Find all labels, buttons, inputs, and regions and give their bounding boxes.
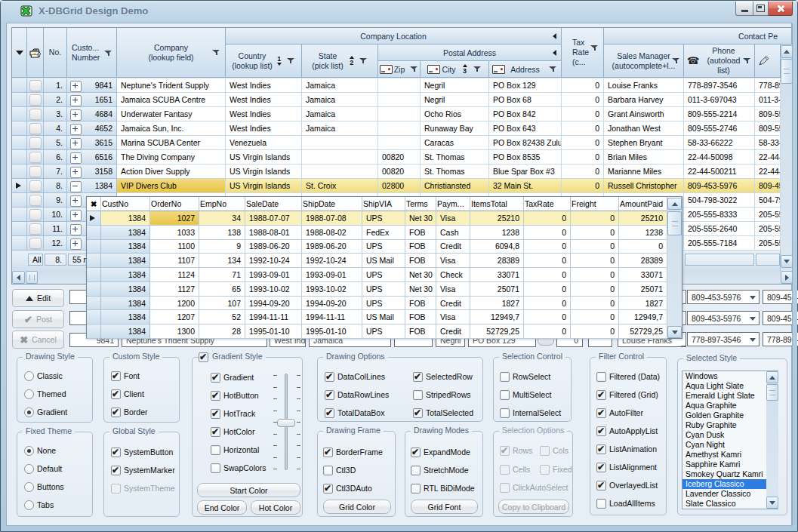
detail-cell-empno[interactable]: 134 — [199, 254, 245, 268]
detail-cell-amountpaid[interactable]: 28389 — [619, 254, 667, 268]
detail-cell-freight[interactable]: 0 — [571, 310, 619, 324]
style-listbox[interactable]: WindowsAqua Light SlateEmerald Light Sla… — [682, 371, 778, 509]
checkbox-rowselect[interactable] — [500, 372, 510, 382]
style-list-item[interactable]: Aqua Graphite — [682, 401, 778, 411]
phone-cell[interactable]: 22-44-500211 — [684, 165, 755, 179]
phone-cell[interactable]: 205-555-2640 — [684, 222, 755, 236]
zip-cell[interactable]: 02800 — [378, 179, 421, 193]
checkbox-ctl3dauto[interactable] — [323, 484, 333, 494]
state-cell[interactable] — [302, 165, 378, 179]
address-cell[interactable]: PO Box 842 — [489, 107, 562, 121]
checkbox-fixed[interactable] — [540, 465, 550, 475]
customer-number-cell[interactable]: 9841 — [67, 78, 117, 93]
contact-cell[interactable]: 809-453-5976 — [755, 179, 781, 193]
contact-group-header[interactable]: Contact Pe — [604, 28, 792, 45]
address-cell[interactable]: PO Box 8535 — [489, 150, 562, 165]
detail-cell-amountpaid[interactable]: 25071 — [619, 282, 667, 297]
detail-cell-terms[interactable]: FOB — [405, 226, 436, 240]
company-cell[interactable]: VIP Divers Club — [117, 179, 226, 193]
checkbox-swapcolors[interactable] — [211, 463, 220, 473]
style-list-item[interactable]: Cyan Dusk — [682, 430, 778, 440]
row-number-cell[interactable]: 11. — [44, 222, 67, 236]
detail-column-header-itemstotal[interactable]: ItemsTotal — [470, 197, 524, 211]
checkbox-systemtheme[interactable] — [111, 484, 121, 494]
address-cell[interactable]: PO Box 68 — [489, 93, 562, 107]
state-cell[interactable] — [302, 136, 378, 150]
radio-classic[interactable] — [24, 371, 34, 381]
checkbox-ctl3d[interactable] — [323, 466, 333, 475]
detail-cell-itemstotal[interactable]: 25210 — [470, 211, 524, 226]
detail-cell-terms[interactable]: Net 30 — [405, 282, 436, 297]
radio-default[interactable] — [24, 464, 34, 474]
customer-number-cell[interactable]: 3615 — [67, 136, 117, 150]
phone-column-header[interactable]: ☎Phone (autoload list) — [684, 45, 755, 78]
row-number-cell[interactable]: 4. — [44, 121, 67, 136]
tax-rate-cell[interactable]: 0 — [562, 78, 604, 93]
detail-cell-empno[interactable]: 34 — [199, 211, 245, 226]
row-marker-cell[interactable] — [12, 179, 27, 193]
sales-manager-cell[interactable]: Marianne Miles — [604, 165, 684, 179]
detail-column-header-freight[interactable]: Freight — [571, 197, 619, 211]
style-list-item[interactable]: Iceberg Classico — [682, 479, 778, 489]
detail-column-header-shipdate[interactable]: ShipDate — [302, 197, 362, 211]
row-checkbox[interactable] — [29, 109, 42, 120]
row-select-cell[interactable] — [27, 179, 44, 193]
row-checkbox[interactable] — [29, 94, 42, 106]
expand-row-button[interactable] — [70, 81, 82, 92]
phone-cell[interactable]: 809-555-2214 — [684, 107, 755, 121]
h-scroll-right-button[interactable] — [781, 271, 793, 284]
filter-icon[interactable] — [212, 49, 220, 56]
checkbox-datarowlines[interactable] — [325, 390, 334, 400]
tax-rate-cell[interactable]: 0 — [562, 165, 604, 179]
company-cell[interactable]: Jamaica Sun, Inc. — [117, 121, 226, 136]
detail-cell-amountpaid[interactable]: 0 — [619, 240, 667, 254]
city-cell[interactable]: St. Thomas — [421, 150, 489, 165]
zip-cell[interactable] — [378, 78, 421, 93]
state-cell[interactable]: Jamaica — [302, 121, 378, 136]
copy-to-clipboard-button[interactable]: Copy to Clipboard — [498, 500, 569, 514]
detail-row-marker[interactable] — [87, 211, 101, 226]
detail-cell-saledate[interactable]: 1993-09-01 — [245, 268, 302, 282]
tax-rate-cell[interactable]: 0 — [562, 107, 604, 121]
detail-cell-orderno[interactable]: 1207 — [150, 310, 199, 324]
row-select-cell[interactable] — [27, 165, 44, 179]
print-column-header[interactable] — [27, 28, 44, 78]
detail-cell-orderno[interactable]: 1100 — [150, 240, 199, 254]
detail-column-header-taxrate[interactable]: TaxRate — [524, 197, 571, 211]
detail-cell-freight[interactable]: 0 — [571, 268, 619, 282]
expand-row-button[interactable] — [70, 210, 82, 221]
checkbox-selectedrow[interactable] — [413, 372, 423, 382]
customer-number-cell[interactable]: 1384 — [67, 179, 117, 193]
detail-cell-shipdate[interactable]: 1988-08-02 — [302, 226, 362, 240]
detail-close-header[interactable]: ✖ — [87, 197, 101, 211]
detail-cell-taxrate[interactable]: 0 — [524, 226, 571, 240]
checkbox-datacollines[interactable] — [325, 372, 334, 382]
detail-column-header-empno[interactable]: EmpNo — [199, 197, 245, 211]
company-cell[interactable]: Jamaica SCUBA Centre — [117, 93, 226, 107]
contact-cell[interactable]: 22-44-50098 — [755, 150, 781, 165]
expand-row-button[interactable] — [70, 124, 82, 135]
detail-cell-terms[interactable]: FOB — [405, 324, 436, 339]
detail-column-header-custno[interactable]: CustNo — [101, 197, 150, 211]
state-cell[interactable]: Jamaica — [302, 107, 378, 121]
checkbox-autoapplylist[interactable] — [596, 426, 606, 436]
detail-cell-saledate[interactable]: 1995-01-10 — [245, 324, 302, 339]
detail-cell-taxrate[interactable]: 0 — [524, 211, 571, 226]
detail-cell-saledate[interactable]: 1988-08-01 — [245, 226, 302, 240]
detail-cell-itemstotal[interactable]: 1827 — [470, 297, 524, 311]
detail-cell-freight[interactable]: 0 — [571, 297, 619, 311]
city-cell[interactable]: Caracas — [421, 136, 489, 150]
detail-cell-custno[interactable]: 1384 — [101, 268, 150, 282]
detail-cell-custno[interactable]: 1384 — [101, 310, 150, 324]
address-cell[interactable]: PO Box 129 — [489, 78, 562, 93]
city-cell[interactable]: Negril — [421, 78, 489, 93]
checkbox-stripedrows[interactable] — [413, 390, 423, 400]
sales-manager-cell[interactable]: Brian Miles — [604, 150, 684, 165]
detail-cell-custno[interactable]: 1384 — [101, 297, 150, 311]
zip-cell[interactable] — [378, 93, 421, 107]
detail-cell-orderno[interactable]: 1124 — [150, 268, 199, 282]
grid-font-button[interactable]: Grid Font — [411, 500, 478, 514]
detail-cell-custno[interactable]: 1384 — [101, 211, 150, 226]
city-cell[interactable]: Christiansted — [421, 179, 489, 193]
expand-row-button[interactable] — [70, 167, 82, 178]
